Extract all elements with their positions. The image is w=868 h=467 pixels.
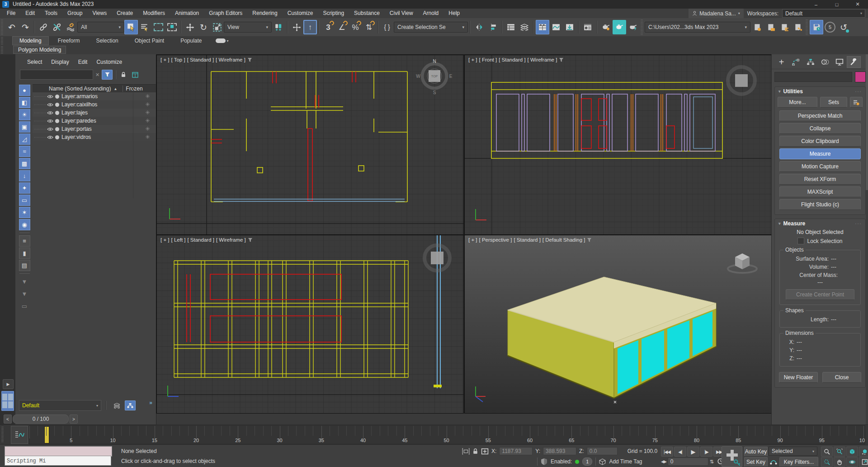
maxscript-mini-listener-input[interactable]: Scripting Mi — [5, 456, 111, 466]
display-filter-list-view-icon[interactable]: ≡ — [19, 235, 30, 247]
menu-substance[interactable]: Substance — [349, 9, 385, 18]
select-and-rotate-button[interactable]: ↻ — [197, 20, 210, 34]
scene-undo-history-button[interactable]: ↺ — [837, 20, 850, 34]
layer-radio-dot[interactable] — [55, 119, 59, 123]
maximize-button[interactable]: □ — [826, 0, 847, 9]
menu-civil-view[interactable]: Civil View — [385, 9, 418, 18]
go-to-start-button[interactable]: |◀◀ — [661, 447, 673, 457]
viewport-front[interactable]: [ + ][ Front ][ Standard ][ Wireframe ] — [464, 55, 772, 235]
schematic-view-button[interactable] — [563, 20, 576, 34]
toolbar-drag-handle[interactable] — [641, 19, 643, 35]
column-divider[interactable] — [133, 84, 133, 198]
pan-hand-icon[interactable] — [834, 457, 845, 467]
maxscript-mini-listener-output[interactable] — [5, 446, 112, 457]
menu-edit[interactable]: Edit — [20, 9, 40, 18]
per-viewport-filter-icon[interactable] — [587, 238, 592, 243]
keyboard-shortcut-override-toggle[interactable]: ↑ — [303, 20, 317, 34]
autobackup-indicator[interactable]: 5 — [823, 20, 837, 34]
angle-snap-toggle[interactable]: ∠ — [335, 20, 349, 34]
time-slider[interactable] — [44, 426, 49, 443]
viewport-perspective-label-segment[interactable]: [ Standard ] — [514, 237, 540, 243]
layer-name[interactable]: Layer:vidros — [61, 134, 91, 140]
script-editor-icon[interactable] — [750, 20, 764, 34]
ribbon-drag-handle[interactable] — [1, 37, 3, 44]
rectangular-selection-region-button[interactable] — [151, 20, 165, 34]
clear-search-icon[interactable]: ✕ — [95, 72, 99, 78]
layer-row[interactable]: Layer:portas — [33, 125, 156, 133]
viewport-front-label-segment[interactable]: [ Front ] — [479, 57, 497, 62]
hierarchy-view-icon[interactable] — [125, 400, 136, 410]
redo-button[interactable]: ↷ — [19, 20, 32, 34]
script-open-icon[interactable] — [764, 20, 778, 34]
layer-name[interactable]: Layer:armarios — [61, 93, 98, 100]
display-filter-notes-view-icon[interactable]: ▤ — [19, 260, 30, 271]
ribbon-tab-populate[interactable]: Populate — [173, 36, 209, 45]
viewport-perspective[interactable]: [ + ][ Perspective ][ Standard ][ Defaul… — [464, 235, 772, 414]
viewport-front-label-segment[interactable]: [ Wireframe ] — [528, 57, 557, 62]
curve-editor-button[interactable] — [549, 20, 563, 34]
percent-snap-toggle[interactable]: % — [349, 20, 362, 34]
select-and-link-icon[interactable] — [37, 20, 50, 34]
visibility-eye-icon[interactable] — [46, 119, 54, 123]
y-coordinate-field[interactable]: 388.593 — [543, 447, 576, 455]
layer-row[interactable]: Layer:lajes — [33, 109, 156, 117]
next-frame-button[interactable]: |▶ — [700, 447, 712, 457]
footer-overflow-chevrons[interactable]: » — [149, 400, 152, 406]
explorer-menu-display[interactable]: Display — [47, 57, 73, 67]
visibility-eye-icon[interactable] — [46, 135, 54, 139]
display-tab[interactable] — [832, 56, 846, 68]
undo-button[interactable]: ↶ — [5, 20, 19, 34]
sets-button[interactable]: Sets — [820, 97, 847, 108]
visibility-eye-icon[interactable] — [46, 103, 54, 107]
select-and-scale-button[interactable] — [210, 20, 224, 34]
display-filter-space-warps-icon[interactable]: ≈ — [19, 146, 30, 157]
align-button[interactable] — [486, 20, 500, 34]
viewport-left-label-segment[interactable]: [ + ] — [160, 237, 170, 243]
select-and-manipulate-button[interactable] — [290, 20, 303, 34]
ribbon-minimize-dropdown[interactable]: ▾ — [216, 38, 229, 43]
lock-explorer-icon[interactable] — [119, 70, 128, 80]
save-scene-button[interactable] — [810, 20, 823, 34]
explorer-preset-dropdown[interactable]: Default ▾ — [19, 400, 101, 411]
script-nodes-icon[interactable] — [791, 20, 805, 34]
close-button[interactable]: ✕ — [847, 0, 868, 9]
rollout-grip[interactable]: ··· — [855, 88, 862, 95]
key-mode-toggle-icon[interactable] — [769, 458, 778, 465]
object-name-field[interactable] — [774, 72, 852, 82]
orbit-icon[interactable] — [846, 457, 858, 467]
frame-counter-field[interactable]: 0 / 100 — [13, 415, 69, 424]
reference-coordinate-dropdown[interactable]: View▾ — [224, 22, 272, 33]
viewport-left-label-segment[interactable]: [ Wireframe ] — [216, 237, 246, 243]
hierarchy-tab[interactable] — [803, 56, 817, 68]
previous-frame-button[interactable]: ◀| — [674, 447, 686, 457]
explorer-menu-select[interactable]: Select — [23, 57, 47, 67]
polygon-modeling-panel[interactable]: Polygon Modeling — [13, 46, 66, 54]
ribbon-drag-handle[interactable] — [1, 46, 3, 53]
layer-row[interactable]: Layer:paredes — [33, 117, 156, 125]
absolute-mode-icon[interactable] — [481, 448, 489, 455]
add-time-tag[interactable]: Add Time Tag — [609, 458, 642, 465]
frozen-icon[interactable] — [146, 127, 150, 131]
frozen-icon[interactable] — [146, 94, 150, 98]
menu-graph-editors[interactable]: Graph Editors — [204, 9, 247, 18]
per-viewport-filter-icon[interactable] — [247, 57, 252, 62]
display-filter-archive-icon[interactable]: ▭ — [19, 300, 30, 312]
utility-flight-studio-c-button[interactable]: Flight Studio (c) — [779, 199, 861, 210]
ribbon-tab-freeform[interactable]: Freeform — [51, 36, 87, 45]
bind-to-space-warp-icon[interactable] — [64, 20, 77, 34]
display-filter-cameras-icon[interactable]: ▣ — [19, 121, 30, 133]
viewport-top-label-segment[interactable]: [ Top ] — [171, 57, 185, 62]
mirror-button[interactable] — [472, 20, 486, 34]
notification-badge[interactable]: 1 — [582, 457, 592, 466]
layer-name[interactable]: Layer:paredes — [61, 118, 96, 124]
toolbar-drag-handle[interactable] — [1, 19, 3, 35]
frozen-icon[interactable] — [146, 110, 150, 114]
utility-maxscript-button[interactable]: MAXScript — [779, 186, 861, 197]
display-filter-bones-icon[interactable]: ✦ — [19, 182, 30, 194]
utility-color-clipboard-button[interactable]: Color Clipboard — [779, 136, 861, 147]
spinner-snap-toggle[interactable]: ⇅ — [362, 20, 376, 34]
frozen-icon[interactable] — [146, 119, 150, 123]
display-filter-shapes-icon[interactable]: ◧ — [19, 97, 30, 108]
display-filter-particles-icon[interactable]: ✶ — [19, 207, 30, 218]
display-filter-visibility-icon[interactable]: ◉ — [19, 219, 30, 230]
